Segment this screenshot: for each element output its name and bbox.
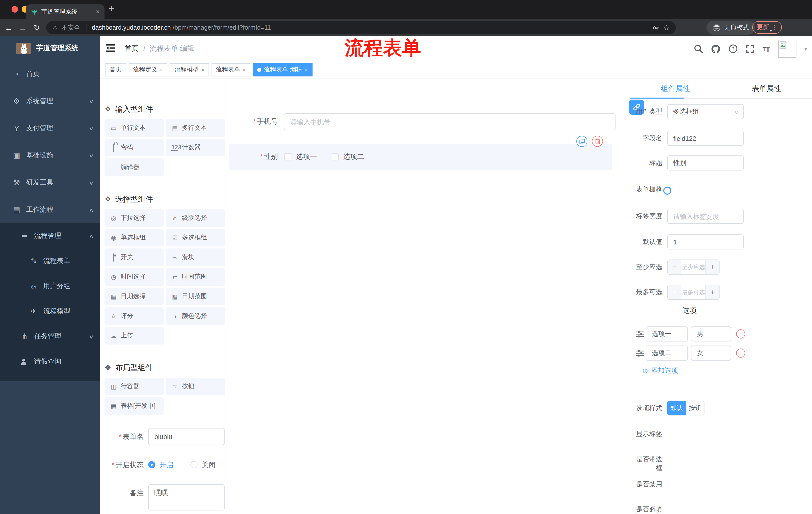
checkbox-unchecked[interactable] — [331, 154, 339, 160]
copy-component-button[interactable] — [576, 136, 587, 147]
drag-handle-icon[interactable] — [636, 350, 644, 357]
remove-option-button[interactable]: − — [736, 349, 745, 358]
component-multi-text[interactable]: ▤多行文本 — [166, 119, 225, 137]
form-remark-textarea[interactable]: 嘿嘿 — [148, 484, 225, 511]
stepper-minus-button[interactable]: − — [668, 285, 682, 299]
sidebar-brand[interactable]: 芋道管理系统 — [0, 36, 100, 60]
window-close-button[interactable] — [11, 6, 18, 12]
fullscreen-icon[interactable] — [746, 44, 754, 53]
drag-handle-icon[interactable] — [636, 330, 644, 337]
component-date-picker[interactable]: ▦日期选择 — [105, 288, 164, 305]
sidebar-item-payment[interactable]: ¥ 支付管理 ∨ — [0, 115, 100, 142]
avatar[interactable] — [778, 40, 796, 58]
remove-option-button[interactable]: − — [736, 329, 745, 339]
component-table[interactable]: ▦表格[开发中] — [105, 397, 164, 415]
component-switch[interactable]: 开关 — [105, 248, 164, 266]
tab-form-props[interactable]: 表单属性 — [721, 79, 812, 98]
form-name-input[interactable] — [148, 428, 225, 445]
search-icon[interactable] — [694, 44, 703, 53]
option-value-input[interactable] — [691, 346, 731, 360]
tag-home[interactable]: 首页 — [105, 63, 126, 76]
field-name-input[interactable] — [667, 131, 744, 146]
chrome-caret-down-icon[interactable]: ▾ — [770, 28, 772, 33]
component-row-container[interactable]: ◫行容器 — [105, 378, 164, 395]
component-date-range[interactable]: ▩日期范围 — [166, 288, 225, 305]
component-rate[interactable]: ☆评分 — [105, 307, 164, 325]
sidebar-item-leave-query[interactable]: 请假查询 — [0, 349, 100, 374]
tag-process-form[interactable]: 流程表单 × — [211, 63, 251, 76]
stepper-plus-button[interactable]: + — [705, 260, 719, 274]
stepper-placeholder[interactable]: 至少应选 — [682, 260, 705, 274]
tag-close-icon[interactable]: × — [201, 66, 204, 73]
font-size-icon[interactable]: TT — [762, 45, 770, 53]
tag-process-definition[interactable]: 流程定义 × — [128, 63, 168, 76]
sidebar-item-process-management[interactable]: ≣ 流程管理 ∧ — [0, 223, 100, 248]
tab-component-props[interactable]: 组件属性 — [630, 79, 721, 98]
bookmark-star-icon[interactable]: ☆ — [663, 23, 670, 32]
component-button[interactable]: ☞按钮 — [166, 378, 225, 395]
component-cascade[interactable]: ⋔级联选择 — [166, 209, 225, 227]
sidebar-item-process-form[interactable]: ✎ 流程表单 — [0, 248, 100, 274]
canvas-field-gender-selected[interactable]: *性别 选项一 选项二 — [229, 144, 612, 170]
sidebar-item-task-management[interactable]: ⋔ 任务管理 ∨ — [0, 324, 100, 349]
sidebar-item-user-group[interactable]: ☺ 用户分组 — [0, 274, 100, 299]
delete-component-button[interactable] — [592, 136, 603, 147]
tab-close-icon[interactable]: × — [96, 8, 99, 15]
form-canvas[interactable]: *手机号 *性别 选项一 选项二 — [226, 79, 630, 514]
tag-close-icon[interactable]: × — [305, 66, 308, 73]
github-icon[interactable] — [711, 44, 720, 54]
help-icon[interactable]: ? — [728, 44, 737, 53]
add-option-button[interactable]: ⊕ 添加选项 — [642, 366, 678, 375]
component-slider[interactable]: ⊸滑块 — [166, 248, 225, 266]
gender-option-2[interactable]: 选项二 — [331, 153, 364, 161]
component-counter[interactable]: 123计数器 — [166, 139, 225, 156]
sidebar-item-workflow[interactable]: ▤ 工作流程 ∧ — [0, 196, 100, 223]
forward-icon[interactable]: → — [17, 23, 28, 32]
radio-on-label[interactable]: 开启 — [159, 456, 173, 473]
default-value-input[interactable] — [667, 234, 744, 249]
radio-off-label[interactable]: 关闭 — [202, 456, 215, 473]
radio-off[interactable] — [191, 461, 198, 468]
component-single-text[interactable]: ▭单行文本 — [105, 119, 164, 137]
component-type-select[interactable]: 多选框组 ∨ — [667, 104, 744, 119]
style-default-button[interactable]: 默认 — [667, 401, 686, 415]
url-bar[interactable]: ⚠ 不安全 dashboard.yudao.iocoder.cn/bpm/man… — [46, 21, 676, 34]
stepper-minus-button[interactable]: − — [668, 260, 682, 274]
tag-close-icon[interactable]: × — [160, 66, 163, 73]
sidebar-item-infrastructure[interactable]: ▣ 基础设施 ∨ — [0, 142, 100, 169]
tag-process-model[interactable]: 流程模型 × — [170, 63, 209, 76]
component-upload[interactable]: ☁上传 — [105, 327, 164, 345]
component-checkbox-group[interactable]: ☑多选框组 — [166, 229, 225, 246]
avatar-caret-down-icon[interactable]: ▾ — [805, 46, 807, 52]
label-width-input[interactable] — [667, 209, 744, 224]
option-value-input[interactable] — [691, 326, 731, 342]
reload-icon[interactable]: ↻ — [31, 23, 42, 32]
radio-on[interactable] — [148, 461, 155, 468]
component-time-range[interactable]: ⇄时间范围 — [166, 268, 225, 286]
tag-close-icon[interactable]: × — [243, 66, 246, 73]
new-tab-button[interactable]: + — [109, 3, 114, 14]
gender-option-1[interactable]: 选项一 — [284, 153, 317, 161]
back-icon[interactable]: ← — [3, 23, 14, 32]
sidebar-item-devtools[interactable]: ⚒ 研发工具 ∨ — [0, 169, 100, 196]
sidebar-item-process-model[interactable]: ✈ 流程模型 — [0, 299, 100, 324]
component-password[interactable]: 密码 — [105, 139, 164, 156]
stepper-placeholder[interactable]: 最多可选 — [682, 285, 705, 299]
checkbox-label[interactable]: 选项二 — [343, 153, 364, 161]
browser-tab[interactable]: 芋道管理系统 × — [26, 4, 105, 19]
sidebar-item-system[interactable]: ⚙ 系统管理 ∨ — [0, 87, 100, 115]
update-button[interactable]: 更新 ⋮ — [752, 21, 782, 34]
component-radio-group[interactable]: ◉单选框组 — [105, 229, 164, 246]
slider-handle[interactable] — [663, 187, 671, 195]
not-secure-label[interactable]: 不安全 — [61, 23, 80, 32]
tag-process-form-edit[interactable]: 流程表单-编辑 × — [253, 63, 313, 76]
phone-input[interactable] — [284, 113, 615, 130]
style-button-button[interactable]: 按钮 — [686, 401, 704, 415]
stepper-plus-button[interactable]: + — [705, 285, 719, 299]
component-editor[interactable]: 编辑器 — [105, 158, 164, 176]
title-input[interactable] — [667, 155, 744, 170]
component-color-picker[interactable]: ◑颜色选择 — [166, 307, 225, 325]
sidebar-item-home[interactable]: ◔ 首页 — [0, 60, 100, 87]
checkbox-label[interactable]: 选项一 — [296, 153, 317, 161]
component-time-picker[interactable]: ◷时间选择 — [105, 268, 164, 286]
